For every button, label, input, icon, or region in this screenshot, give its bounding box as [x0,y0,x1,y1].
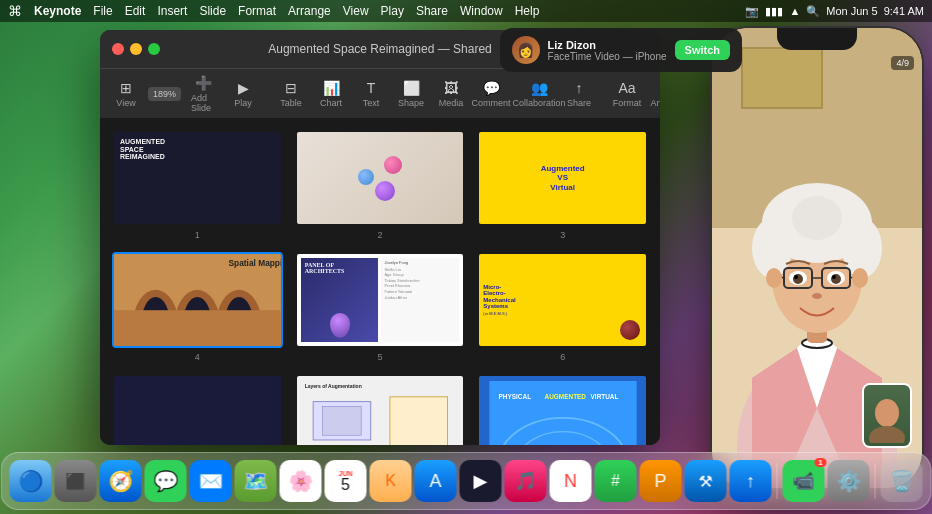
dock-launchpad[interactable]: ⬛ [55,460,97,502]
toolbar-chart[interactable]: 📊 Chart [313,76,349,112]
toolbar-format[interactable]: Aa Format [609,76,645,112]
toolbar-animate[interactable]: ✨ Animate [649,76,660,112]
animate-label: Animate [651,98,660,108]
text-icon: T [367,80,376,96]
toolbar-shape[interactable]: ⬜ Shape [393,76,429,112]
toolbar-play[interactable]: ▶ Play [225,76,261,112]
slide-thumb-6: Micro-Electro-MechanicalSystems(or M.E.M… [477,252,648,348]
slide-thumb-1: AUGMENTEDSPACEREIMAGINED [112,130,283,226]
keynote-window: Augmented Space Reimagined — Shared ⊞ Vi… [100,30,660,445]
slide-item-7[interactable]: AUGO 7 [112,374,283,445]
toolbar-addslide[interactable]: ➕ Add Slide [185,71,221,117]
svg-rect-7 [114,310,281,346]
dock: 🔵 ⬛ 🧭 💬 ✉️ 🗺️ 🌸 JUN 5 [1,452,932,510]
minimize-button[interactable] [130,43,142,55]
view-icon: ⊞ [120,80,132,96]
dock-numbers[interactable]: # [595,460,637,502]
play-label: Play [234,98,252,108]
slide-item-3[interactable]: AugmentedVSVirtual 3 [477,130,648,240]
menu-edit[interactable]: Edit [125,4,146,18]
dock-keynote[interactable]: K [370,460,412,502]
dock-calendar[interactable]: JUN 5 [325,460,367,502]
menu-share[interactable]: Share [416,4,448,18]
apple-menu[interactable]: ⌘ [8,3,22,19]
close-button[interactable] [112,43,124,55]
dock-appstore[interactable]: A [415,460,457,502]
play-icon: ▶ [238,80,249,96]
slide-thumb-9: PHYSICAL AUGMENTED VIRTUAL [477,374,648,445]
toolbar-text[interactable]: T Text [353,76,389,112]
dock-xcode[interactable]: ⚒ [685,460,727,502]
iphone-notch [777,28,857,50]
toolbar: ⊞ View 189% ➕ Add Slide ▶ Play ⊟ Table 📊… [100,68,660,118]
menu-help[interactable]: Help [515,4,540,18]
menubar-date: Mon Jun 5 [826,5,877,17]
dock-systemprefs[interactable]: ⚙️ [828,460,870,502]
dock-tv[interactable]: ▶ [460,460,502,502]
dock-music[interactable]: 🎵 [505,460,547,502]
menu-window[interactable]: Window [460,4,503,18]
menu-insert[interactable]: Insert [157,4,187,18]
shape-label: Shape [398,98,424,108]
slide-item-9[interactable]: PHYSICAL AUGMENTED VIRTUAL 9 [477,374,648,445]
slide-thumb-4: Spatial Mapping [112,252,283,348]
dock-photos[interactable]: 🌸 [280,460,322,502]
menu-file[interactable]: File [93,4,112,18]
dock-pages[interactable]: P [640,460,682,502]
format-label: Format [613,98,642,108]
slide-item-4[interactable]: Spatial Mapping 4 [112,252,283,362]
zoom-indicator[interactable]: 189% [148,87,181,101]
dock-finder[interactable]: 🔵 [10,460,52,502]
comment-label: Comment [472,98,511,108]
toolbar-collaboration[interactable]: 👥 Collaboration [521,76,557,112]
chart-label: Chart [320,98,342,108]
photos-icon: 🌸 [288,469,313,493]
facetime-switch-button[interactable]: Switch [675,40,730,60]
dock-news[interactable]: N [550,460,592,502]
menu-play[interactable]: Play [381,4,404,18]
slide-thumb-8: Layers of Augmentation [295,374,466,445]
share-icon: ↑ [576,80,583,96]
battery-icon: ▮▮▮ [765,5,783,18]
menu-arrange[interactable]: Arrange [288,4,331,18]
maximize-button[interactable] [148,43,160,55]
toolbar-media[interactable]: 🖼 Media [433,76,469,112]
dock-trash[interactable]: 🗑️ [881,460,923,502]
maps-icon: 🗺️ [243,469,268,493]
dock-messages[interactable]: 💬 [145,460,187,502]
view-label: View [116,98,135,108]
svg-point-45 [812,293,822,299]
slide-item-8[interactable]: Layers of Augmentation 8 [295,374,466,445]
svg-point-48 [875,399,899,427]
camera-icon: 📷 [745,5,759,18]
magnifier-icon[interactable]: 🔍 [806,5,820,18]
toolbar-view[interactable]: ⊞ View [108,76,144,112]
share-label: Share [567,98,591,108]
app-name[interactable]: Keynote [34,4,81,18]
desktop: ⌘ Keynote File Edit Insert Slide Format … [0,0,932,514]
facetime-self-thumbnail [862,383,912,448]
addslide-label: Add Slide [191,93,215,113]
dock-appstore2[interactable]: ↑ [730,460,772,502]
toolbar-share[interactable]: ↑ Share [561,76,597,112]
numbers-icon: # [611,472,620,490]
slide-thumb-2 [295,130,466,226]
slide-thumb-3: AugmentedVSVirtual [477,130,648,226]
toolbar-comment[interactable]: 💬 Comment [473,76,509,112]
menu-view[interactable]: View [343,4,369,18]
svg-point-33 [792,196,842,240]
slide-item-2[interactable]: 2 [295,130,466,240]
keynote-icon: K [385,472,396,490]
dock-facetime[interactable]: 📹 1 [783,460,825,502]
slide-item-1[interactable]: AUGMENTEDSPACEREIMAGINED 1 [112,130,283,240]
toolbar-table[interactable]: ⊟ Table [273,76,309,112]
dock-maps[interactable]: 🗺️ [235,460,277,502]
menu-format[interactable]: Format [238,4,276,18]
slide-item-5[interactable]: PANEL OFARCHITECTS Jocelyn Fong Stella L… [295,252,466,362]
menu-slide[interactable]: Slide [199,4,226,18]
dock-safari[interactable]: 🧭 [100,460,142,502]
svg-point-44 [832,275,836,279]
tv-icon: ▶ [474,470,488,492]
slide-item-6[interactable]: Micro-Electro-MechanicalSystems(or M.E.M… [477,252,648,362]
dock-mail[interactable]: ✉️ [190,460,232,502]
